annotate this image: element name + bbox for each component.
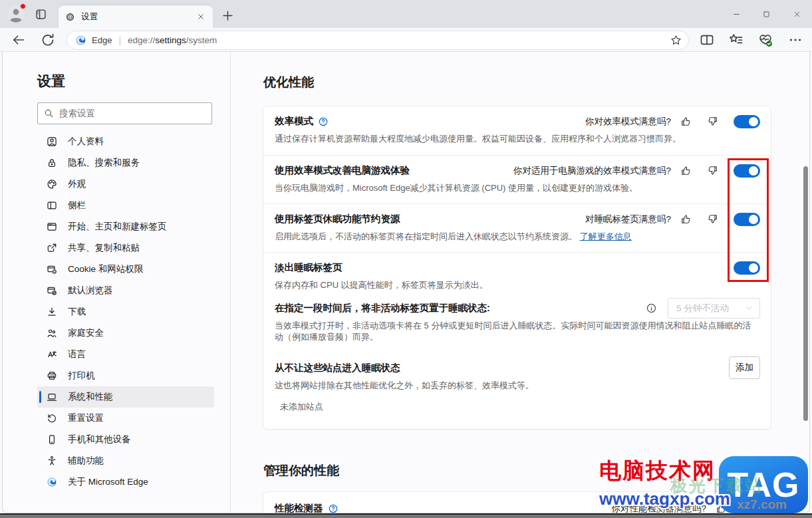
sidebar-item-privacy[interactable]: 隐私、搜索和服务 bbox=[37, 152, 214, 174]
favorites-hub-icon[interactable] bbox=[729, 33, 744, 47]
sidebar-item-reset[interactable]: 重置设置 bbox=[37, 408, 214, 429]
sleep-timer-dropdown[interactable]: 5 分钟不活动 bbox=[668, 298, 760, 319]
search-input[interactable] bbox=[59, 108, 205, 118]
printer-icon bbox=[47, 370, 57, 381]
tab-settings[interactable]: 设置 bbox=[59, 5, 213, 28]
sidebar-item-label: 外观 bbox=[68, 178, 86, 190]
sidebar-item-start-home[interactable]: 开始、主页和新建标签页 bbox=[37, 216, 214, 237]
profile-avatar[interactable] bbox=[7, 5, 25, 23]
sidebar-item-profile[interactable]: 个人资料 bbox=[37, 131, 214, 152]
split-screen-icon[interactable] bbox=[700, 33, 714, 47]
gear-icon bbox=[65, 12, 75, 22]
setting-row-never-sleep-sites: 从不让这些站点进入睡眠状态 添加 这也将网站排除在其他性能优化之外，如丢弃的标签… bbox=[263, 353, 771, 429]
sleeping-tabs-toggle[interactable] bbox=[734, 213, 760, 226]
setting-row-sleeping-tabs: 使用标签页休眠功能节约资源 对睡眠标签页满意吗? 启用此选项后，不活动的标签页将… bbox=[263, 203, 771, 252]
thumbs-up-icon[interactable] bbox=[680, 116, 692, 127]
cookies-icon bbox=[47, 264, 57, 275]
search-icon bbox=[44, 108, 54, 118]
sidebar-item-cookies[interactable]: Cookie 和网站权限 bbox=[37, 259, 214, 280]
system-icon bbox=[47, 392, 57, 402]
section-title-performance: 优化性能 bbox=[263, 74, 314, 91]
privacy-icon bbox=[47, 158, 57, 168]
sidebar-panel-icon bbox=[47, 200, 57, 211]
sidebar-item-appearance[interactable]: 外观 bbox=[37, 174, 214, 195]
scrollbar-thumb[interactable] bbox=[803, 166, 808, 421]
refresh-button[interactable] bbox=[41, 33, 55, 47]
browser-name-label: Edge bbox=[92, 35, 112, 45]
setting-row-sleep-timer: 在指定一段时间后，将非活动标签页置于睡眠状态: 5 分钟不活动 当效率模式打开时… bbox=[263, 293, 771, 353]
sidebar-item-label: 侧栏 bbox=[68, 199, 86, 211]
sidebar-item-sidebar-panel[interactable]: 侧栏 bbox=[37, 195, 214, 216]
accessibility-icon bbox=[47, 455, 57, 466]
row-description: 通过保存计算机资源帮助最大程度地减少电源使用量。权益可能因设备、应用程序和个人浏… bbox=[275, 133, 757, 144]
sidebar-item-share[interactable]: 共享、复制和粘贴 bbox=[37, 237, 214, 259]
sidebar-item-label: 共享、复制和粘贴 bbox=[68, 242, 140, 254]
settings-page: 设置 个人资料隐私、搜索和服务外观侧栏开始、主页和新建标签页共享、复制和粘贴Co… bbox=[2, 52, 810, 513]
family-icon bbox=[47, 328, 57, 338]
efficiency-mode-toggle[interactable] bbox=[734, 115, 760, 128]
setting-row-gaming-efficiency: 使用效率模式改善电脑游戏体验 你对适用于电脑游戏的效率模式满意吗? 当你玩电脑游… bbox=[263, 155, 771, 203]
thumbs-up-icon[interactable] bbox=[680, 213, 692, 225]
settings-search-box[interactable] bbox=[37, 102, 212, 124]
address-bar[interactable]: Edge | edge://settings/system bbox=[67, 31, 689, 50]
row-description: 保存内存和 CPU 以提高性能时，标签页将显示为淡出。 bbox=[275, 279, 757, 291]
sidebar-item-languages[interactable]: 语言 bbox=[37, 344, 214, 365]
sidebar-item-system[interactable]: 系统和性能 bbox=[37, 386, 214, 408]
maximize-icon bbox=[763, 11, 770, 18]
sidebar-divider bbox=[230, 52, 231, 513]
minimize-icon bbox=[733, 11, 740, 18]
thumbs-down-icon[interactable] bbox=[707, 213, 718, 225]
sidebar-item-default-browser[interactable]: 默认浏览器 bbox=[37, 280, 214, 301]
sidebar-item-label: 隐私、搜索和服务 bbox=[68, 157, 140, 169]
thumbs-up-icon[interactable] bbox=[680, 165, 692, 176]
sidebar-item-edge-logo[interactable]: 关于 Microsoft Edge bbox=[37, 471, 214, 493]
more-menu-icon[interactable] bbox=[788, 33, 803, 47]
thumbs-down-icon[interactable] bbox=[707, 165, 718, 176]
toolbar: Edge | edge://settings/system bbox=[0, 28, 812, 52]
new-tab-button[interactable] bbox=[221, 9, 234, 22]
sidebar-title: 设置 bbox=[37, 72, 65, 90]
learn-more-link[interactable]: 了解更多信息 bbox=[580, 231, 632, 241]
window-minimize-button[interactable] bbox=[721, 0, 751, 28]
sidebar-item-label: 系统和性能 bbox=[68, 391, 113, 403]
window-bottom-edge bbox=[0, 513, 812, 518]
watermark-faint-text-2: xz7.com bbox=[737, 497, 787, 512]
row-description: 启用此选项后，不活动的标签页将在指定时间后进入休眠状态以节约系统资源。 了解更多… bbox=[275, 231, 757, 242]
window-maximize-button[interactable] bbox=[751, 0, 781, 28]
appearance-icon bbox=[47, 179, 57, 190]
downloads-icon bbox=[47, 307, 57, 317]
sidebar-item-family[interactable]: 家庭安全 bbox=[37, 323, 214, 344]
sidebar-item-phone[interactable]: 手机和其他设备 bbox=[37, 429, 214, 450]
sidebar-item-label: 打印机 bbox=[68, 370, 95, 382]
notification-dot bbox=[20, 3, 26, 9]
browser-essentials-icon[interactable] bbox=[758, 33, 773, 47]
share-icon bbox=[47, 243, 57, 253]
no-sites-added-text: 未添加站点 bbox=[280, 401, 760, 422]
gaming-efficiency-toggle[interactable] bbox=[734, 164, 760, 178]
window-close-button[interactable] bbox=[781, 0, 812, 28]
help-icon[interactable] bbox=[328, 503, 338, 514]
sidebar-item-label: 家庭安全 bbox=[68, 327, 104, 339]
sidebar-item-printer[interactable]: 打印机 bbox=[37, 365, 214, 386]
add-site-button[interactable]: 添加 bbox=[729, 356, 760, 379]
sidebar-item-accessibility[interactable]: 辅助功能 bbox=[37, 450, 214, 471]
sidebar-item-label: 手机和其他设备 bbox=[68, 434, 131, 446]
back-button[interactable] bbox=[11, 33, 26, 47]
info-icon[interactable] bbox=[646, 303, 657, 314]
favorite-star-icon[interactable] bbox=[670, 35, 682, 46]
help-icon[interactable] bbox=[318, 116, 329, 127]
sidebar-item-label: 关于 Microsoft Edge bbox=[68, 476, 148, 488]
sidebar-item-downloads[interactable]: 下载 bbox=[37, 301, 214, 323]
row-title: 淡出睡眠标签页 bbox=[275, 261, 342, 274]
url-text: edge://settings/system bbox=[128, 35, 670, 45]
row-title: 在指定一段时间后，将非活动标签页置于睡眠状态: bbox=[275, 302, 490, 315]
row-description: 当效率模式打开时，非活动选项卡将在 5 分钟或更短时间后进入睡眠状态。实际时间可… bbox=[275, 320, 757, 342]
start-home-icon bbox=[47, 221, 57, 232]
close-icon bbox=[793, 11, 801, 18]
thumbs-down-icon[interactable] bbox=[707, 116, 718, 127]
fade-sleeping-tabs-toggle[interactable] bbox=[734, 261, 760, 275]
feedback-text: 对睡眠标签页满意吗? bbox=[585, 213, 671, 225]
tab-close-icon[interactable] bbox=[196, 11, 206, 22]
section-title-manage: 管理你的性能 bbox=[263, 462, 339, 479]
tab-actions-menu-icon[interactable] bbox=[35, 8, 47, 21]
